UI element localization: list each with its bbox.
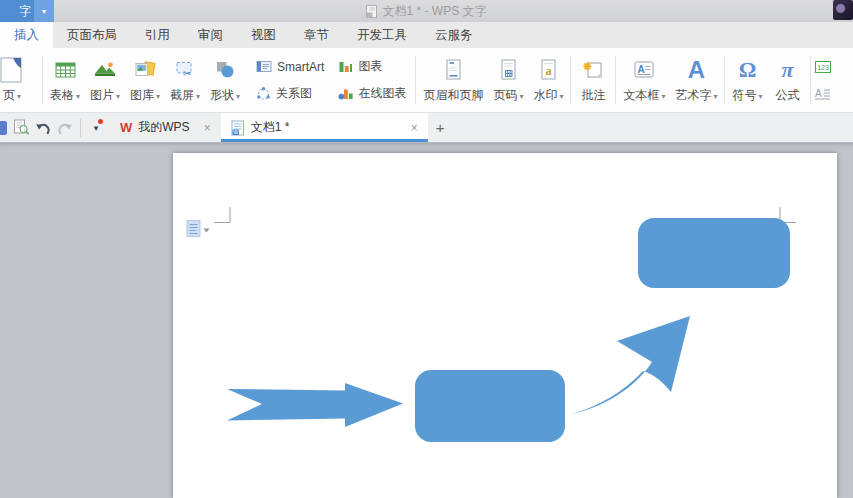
close-icon[interactable]: × [204,121,211,135]
picture-button[interactable]: 图片▾ [85,48,125,112]
svg-text:✸: ✸ [582,60,593,74]
gallery-button[interactable]: 图库▾ [125,48,165,112]
undo-button[interactable] [33,116,53,140]
smartart-label: SmartArt [277,60,324,74]
page-number-label: 页码 [493,88,517,102]
gallery-icon [134,53,156,86]
page-options-icon[interactable] [187,221,210,237]
wordart-button[interactable]: A 艺术字▾ [670,48,722,112]
chart-icon [338,60,353,73]
quickbar-customize-button[interactable]: ▾ [86,116,106,140]
omega-glyph: Ω [739,57,757,83]
chevron-down-icon: ▾ [559,92,563,101]
tab-view[interactable]: 视图 [237,22,290,48]
tab-review[interactable]: 审阅 [184,22,237,48]
pi-icon: π [781,53,793,86]
comment-label: 批注 [581,88,605,102]
close-icon[interactable]: × [411,121,418,135]
doc-tab-label: 文档1 * [251,119,290,136]
diagram-group: SmartArt 关系图 [245,48,413,112]
numbering-digits: 123 [817,63,829,70]
ribbon-tab-bar: 插入 页面布局 引用 审阅 视图 章节 开发工具 云服务 [0,22,853,48]
user-avatar[interactable] [833,0,853,20]
chevron-down-icon: ▾ [116,92,120,101]
window-title: 文档1 * - WPS 文字 [382,3,486,20]
undo-icon [35,121,51,135]
header-footer-label: 页眉和页脚 [423,88,483,102]
shape-rounded-rectangle-center[interactable] [415,370,565,442]
textbox-button[interactable]: A 文本框▾ [618,48,670,112]
cover-page-button[interactable]: 页▾ [0,48,40,112]
chevron-down-icon: ▾ [76,92,80,101]
chevron-down-icon: ▾ [17,92,21,101]
smartart-button[interactable]: SmartArt [249,55,331,78]
shapes-button[interactable]: 形状▾ [205,48,245,112]
watermark-label: 水印 [533,88,557,102]
doc-tab-label: 我的WPS [138,119,189,136]
shapes-icon [216,53,235,86]
tab-insert[interactable]: 插入 [0,22,53,48]
tab-developer[interactable]: 开发工具 [343,22,421,48]
chart-button[interactable]: 图表 [331,55,413,78]
dropcap-button[interactable]: A [813,82,853,105]
smartart-icon [256,60,272,73]
quick-access-icons: ▾ [0,113,110,142]
new-tab-button[interactable]: + [428,113,453,142]
document-tab-bar: ▾ W 我的WPS × W 文档1 * × + [0,113,853,143]
online-chart-button[interactable]: 在线图表 [331,82,413,105]
divider [42,56,43,104]
tab-section[interactable]: 章节 [290,22,343,48]
page-number-button[interactable]: 页码▾ [488,48,528,112]
comment-icon: ✸ [582,53,604,86]
table-label: 表格 [50,88,74,102]
print-preview-button[interactable] [11,116,31,140]
screenshot-button[interactable]: ✂ 截屏▾ [165,48,205,112]
numbering-button[interactable]: 123 [813,55,853,78]
shape-notched-right-arrow[interactable] [227,383,403,427]
online-chart-icon [338,87,353,100]
symbol-button[interactable]: Ω 符号▾ [727,48,767,112]
divider [724,56,725,104]
watermark-letter: a [545,64,551,78]
header-footer-icon [445,53,462,86]
tab-references[interactable]: 引用 [131,22,184,48]
number-dropcap-group: 123 A [813,48,853,112]
chart-label: 图表 [358,58,382,75]
divider [80,119,81,137]
divider [810,56,811,104]
chevron-down-icon: ▾ [758,92,762,101]
shapes-label: 形状 [210,88,234,102]
dropcap-icon: A [815,87,831,100]
doc-icon-letter: W [233,129,238,135]
chevron-down-icon: ▾ [713,92,717,101]
document-icon [366,5,377,18]
document-canvas [0,143,853,498]
tab-page-layout[interactable]: 页面布局 [53,22,131,48]
divider [615,56,616,104]
chevron-down-icon: ▾ [156,92,160,101]
doc-tab-document1[interactable]: W 文档1 * × [221,113,428,142]
gallery-label: 图库 [130,88,154,102]
dropcap-letter: A [815,88,822,99]
doc-tab-my-wps[interactable]: W 我的WPS × [110,113,221,142]
picture-label: 图片 [90,88,114,102]
title-bar: 字 ▾ 文档1 * - WPS 文字 [0,0,853,22]
comment-button[interactable]: ✸ 批注 [573,48,613,112]
symbol-label: 符号 [732,88,756,102]
shape-curved-up-arrow[interactable] [572,316,690,414]
shape-rounded-rectangle-topright[interactable] [638,218,790,288]
header-footer-button[interactable]: 页眉和页脚 [418,48,488,112]
watermark-button[interactable]: a 水印▾ [528,48,568,112]
watermark-icon: a [540,53,557,86]
tab-cloud[interactable]: 云服务 [421,22,487,48]
chevron-down-icon: ▾ [661,92,665,101]
textbox-label: 文本框 [623,88,659,102]
relationship-diagram-icon [256,87,271,101]
formula-button[interactable]: π 公式 [768,48,808,112]
cover-page-icon [0,53,23,86]
chevron-down-icon: ▾ [236,92,240,101]
save-icon[interactable] [0,121,7,135]
redo-button[interactable] [55,116,75,140]
relationship-button[interactable]: 关系图 [249,82,331,105]
table-button[interactable]: 表格▾ [45,48,85,112]
